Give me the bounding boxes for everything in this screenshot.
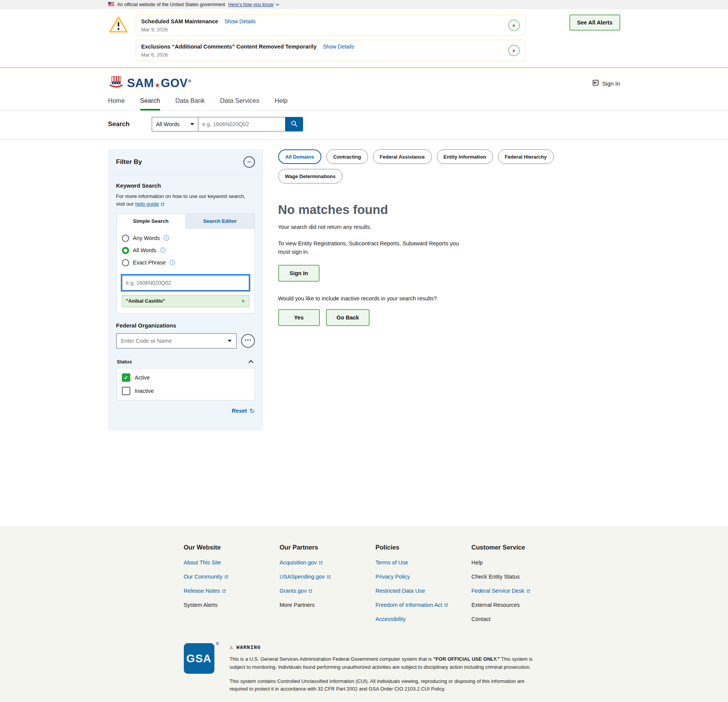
pill-entity-information[interactable]: Entity Information — [437, 149, 493, 164]
footer-column-title: Our Partners — [280, 544, 376, 551]
radio-any-words[interactable]: Any Words ⓘ — [122, 235, 249, 242]
footer-link-contact[interactable]: Contact — [472, 616, 567, 622]
alert-item: Exclusions “Additional Comments” Content… — [136, 40, 525, 61]
warning-label: WARNING — [237, 644, 261, 652]
footer-column-our-partners: Our Partners Acquisition.gov USASpending… — [280, 544, 376, 630]
gsa-registered-mark: ® — [216, 642, 219, 646]
search-submit-button[interactable] — [285, 117, 303, 131]
footer-link-accessibility[interactable]: Accessibility — [376, 616, 472, 622]
info-icon[interactable]: ⓘ — [160, 248, 165, 253]
footer-column-customer-service: Customer Service Help Check Entity Statu… — [472, 544, 567, 630]
info-icon[interactable]: ⓘ — [164, 235, 169, 241]
footer-link-external-resources[interactable]: External Resources — [472, 602, 567, 608]
radio-circle-icon — [122, 235, 129, 242]
sam-gov-logo[interactable]: SAM ★ GOV ® — [108, 76, 191, 91]
keyword-search-input[interactable] — [122, 275, 249, 290]
site-footer: Our Website About This Site Our Communit… — [0, 526, 728, 702]
status-inactive-checkbox[interactable]: Inactive — [122, 387, 249, 395]
help-guide-link[interactable]: help guide — [135, 200, 165, 208]
org-more-options-button[interactable]: ⋯ — [241, 334, 255, 348]
pill-wage-determinations[interactable]: Wage Determinations — [278, 169, 342, 183]
footer-link-terms-of-use[interactable]: Terms of Use — [376, 559, 472, 566]
collapse-filters-button[interactable]: − — [243, 156, 255, 168]
tab-simple-search[interactable]: Simple Search — [117, 214, 185, 229]
footer-link-about-this-site[interactable]: About This Site — [184, 559, 280, 566]
footer-link-release-notes[interactable]: Release Notes — [184, 588, 280, 594]
main-nav: Home Search Data Bank Data Services Help — [108, 97, 620, 110]
external-link-icon — [222, 589, 226, 593]
no-matches-title: No matches found — [278, 203, 620, 217]
alert-title: Scheduled SAM Maintenance — [141, 18, 218, 24]
nav-item-data-services[interactable]: Data Services — [220, 97, 259, 110]
footer-link-foia[interactable]: Freedom of Information Act — [376, 602, 472, 608]
nav-item-home[interactable]: Home — [108, 97, 125, 110]
footer-link-system-alerts[interactable]: System Alerts — [184, 602, 280, 608]
pill-contracting[interactable]: Contracting — [326, 149, 368, 164]
nav-item-help[interactable]: Help — [275, 97, 288, 110]
us-flag-icon — [108, 2, 114, 7]
info-icon[interactable]: ⓘ — [170, 260, 175, 265]
status-active-checkbox[interactable]: ✓ Active — [122, 373, 249, 382]
how-you-know-link[interactable]: Here’s how you know — [228, 2, 279, 7]
reset-filters-link[interactable]: Reset ↻ — [116, 407, 255, 415]
footer-link-our-community[interactable]: Our Community — [184, 574, 280, 580]
results-area: All Domains Contracting Federal Assistan… — [278, 149, 620, 326]
keyword-search-title: Keyword Search — [116, 182, 255, 189]
warning-icon: ⚠ — [230, 643, 233, 652]
footer-link-check-entity-status[interactable]: Check Entity Status — [472, 574, 567, 580]
pill-federal-hierarchy[interactable]: Federal Hierarchy — [498, 149, 554, 164]
radio-all-words[interactable]: All Words ⓘ — [122, 247, 249, 254]
top-search-input[interactable] — [198, 117, 285, 131]
radio-exact-phrase[interactable]: Exact Phrase ⓘ — [122, 259, 249, 266]
alert-show-details-link[interactable]: Show Details — [224, 18, 256, 24]
ellipsis-icon: ⋯ — [245, 336, 251, 344]
external-link-icon — [327, 575, 331, 579]
footer-link-acquisition-gov[interactable]: Acquisition.gov — [280, 559, 376, 566]
yes-button[interactable]: Yes — [278, 309, 320, 326]
star-icon: ★ — [155, 82, 160, 89]
footer-column-title: Policies — [376, 544, 472, 551]
go-back-button[interactable]: Go Back — [326, 309, 370, 326]
status-options-card: ✓ Active Inactive — [116, 368, 255, 400]
minus-icon: − — [247, 159, 251, 165]
external-link-icon — [308, 589, 313, 593]
footer-column-title: Customer Service — [472, 544, 567, 551]
footer-link-usaspending-gov[interactable]: USASpending.gov — [280, 574, 376, 580]
alert-close-icon[interactable]: × — [508, 45, 520, 56]
warning-paragraph-1: This is a U.S. General Services Administ… — [230, 655, 535, 671]
footer-link-more-partners[interactable]: More Partners — [280, 602, 376, 608]
external-link-icon — [444, 603, 448, 607]
chip-remove-icon[interactable]: × — [242, 298, 245, 304]
footer-link-grants-gov[interactable]: Grants.gov — [280, 588, 376, 594]
footer-link-federal-service-desk[interactable]: Federal Service Desk — [472, 588, 567, 594]
status-section-toggle[interactable]: Status — [116, 355, 255, 368]
alert-date: Mar 6, 2026 — [141, 52, 354, 58]
gov-banner: An official website of the United States… — [0, 0, 728, 9]
nav-item-data-bank[interactable]: Data Bank — [175, 97, 205, 110]
checkbox-checked-icon: ✓ — [122, 373, 130, 382]
keyword-search-card: Simple Search Search Editor Any Words ⓘ … — [116, 214, 255, 314]
external-link-icon — [224, 575, 229, 579]
top-search-bar: Search All Words — [0, 111, 728, 139]
alert-show-details-link[interactable]: Show Details — [323, 44, 354, 50]
search-type-select[interactable]: All Words — [152, 117, 198, 131]
pill-all-domains[interactable]: All Domains — [278, 149, 321, 164]
see-all-alerts-button[interactable]: See All Alerts — [569, 15, 620, 31]
header-sign-in-link[interactable]: Sign In — [592, 79, 620, 88]
alert-close-icon[interactable]: × — [508, 19, 520, 31]
search-label: Search — [108, 120, 130, 128]
tab-search-editor[interactable]: Search Editor — [185, 214, 255, 229]
federal-org-combobox[interactable]: Enter Code or Name — [116, 333, 237, 349]
warning-paragraph-2: This system contains Controlled Unclassi… — [230, 678, 535, 694]
nav-item-search[interactable]: Search — [140, 97, 160, 110]
site-header: SAM ★ GOV ® Sign In Home Search Data Ban… — [0, 68, 728, 111]
footer-link-help[interactable]: Help — [472, 559, 567, 566]
pill-federal-assistance[interactable]: Federal Assistance — [373, 149, 432, 164]
sign-in-button[interactable]: Sign In — [278, 265, 319, 282]
alert-title: Exclusions “Additional Comments” Content… — [141, 44, 317, 50]
gov-banner-text: An official website of the United States… — [117, 2, 225, 7]
alerts-section: Scheduled SAM Maintenance Show Details M… — [0, 9, 728, 68]
footer-link-restricted-data-use[interactable]: Restricted Data Use — [376, 588, 472, 594]
logo-text-sam: SAM — [127, 76, 154, 90]
footer-link-privacy-policy[interactable]: Privacy Policy — [376, 574, 472, 580]
